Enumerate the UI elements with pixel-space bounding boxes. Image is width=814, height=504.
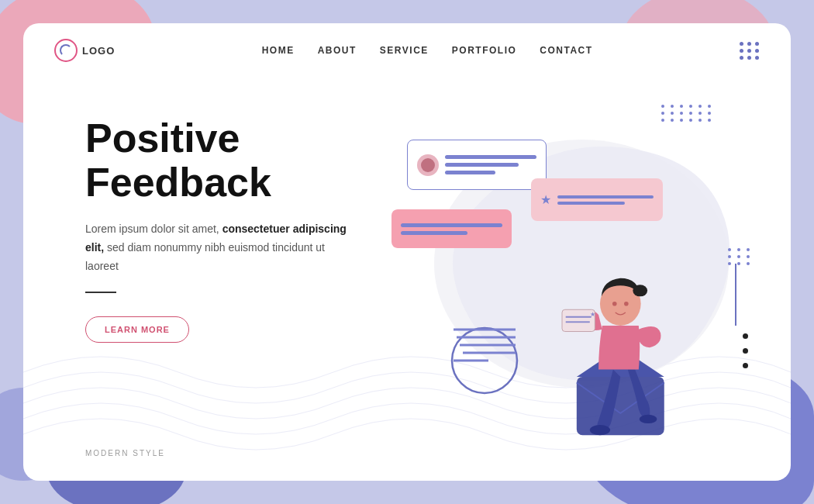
right-panel: ★ xyxy=(368,93,760,473)
content-area: Positive Feedback Lorem ipsum dolor sit … xyxy=(23,78,791,473)
dots-column-right xyxy=(743,333,748,368)
circle-lines-decoration xyxy=(446,318,523,395)
logo[interactable]: LOGO xyxy=(54,39,115,62)
svg-text:★: ★ xyxy=(590,311,595,318)
vertical-line-decoration xyxy=(735,264,736,326)
hero-headline: Positive Feedback xyxy=(85,116,368,205)
dots-pattern-midright xyxy=(728,248,752,265)
svg-point-8 xyxy=(590,425,610,435)
nav-contact[interactable]: CONTACT xyxy=(540,45,592,56)
person-illustration: ★ xyxy=(527,202,721,450)
svg-point-16 xyxy=(612,302,617,306)
learn-more-button[interactable]: LEARN MORE xyxy=(85,316,189,343)
divider xyxy=(85,292,116,293)
svg-point-9 xyxy=(640,415,657,423)
menu-dots-icon[interactable] xyxy=(740,42,760,60)
logo-text: LOGO xyxy=(82,45,115,57)
left-panel: Positive Feedback Lorem ipsum dolor sit … xyxy=(85,93,368,473)
svg-point-17 xyxy=(624,302,629,306)
modern-style-label: MODERN STYLE xyxy=(85,449,165,457)
logo-circle xyxy=(54,39,78,62)
nav-portfolio[interactable]: PORTFOLIO xyxy=(452,45,517,56)
dots-pattern-topright xyxy=(661,105,713,122)
navbar: LOGO HOME ABOUT SERVICE PORTFOLIO CONTAC… xyxy=(23,23,791,78)
nav-about[interactable]: ABOUT xyxy=(318,45,357,56)
chat-lines-1 xyxy=(445,155,536,174)
nav-home[interactable]: HOME xyxy=(262,45,295,56)
logo-arc xyxy=(60,44,72,57)
svg-point-15 xyxy=(633,285,647,296)
hero-description: Lorem ipsum dolor sit amet, consectetuer… xyxy=(85,220,349,275)
main-card: LOGO HOME ABOUT SERVICE PORTFOLIO CONTAC… xyxy=(23,23,791,481)
chat-card-2 xyxy=(391,209,512,248)
chat-card-1 xyxy=(407,140,547,190)
chat-avatar-1 xyxy=(417,154,439,176)
nav-links: HOME ABOUT SERVICE PORTFOLIO CONTACT xyxy=(262,45,593,56)
nav-service[interactable]: SERVICE xyxy=(380,45,429,56)
svg-rect-7 xyxy=(577,377,664,435)
